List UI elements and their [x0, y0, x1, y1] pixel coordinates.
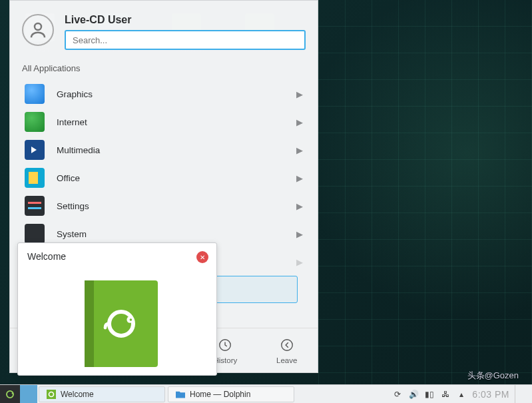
svg-point-6: [7, 390, 13, 397]
gecko-icon: [101, 304, 141, 344]
system-tray: ⟳ 🔊 ▮▯ 🖧 ▴ 6:03 PM: [387, 385, 532, 404]
chevron-right-icon: ▶: [296, 89, 303, 99]
tab-leave[interactable]: Leave: [264, 336, 310, 364]
task-dolphin[interactable]: Home — Dolphin: [168, 386, 294, 402]
chevron-right-icon: ▶: [296, 201, 303, 211]
chevron-right-icon: ▶: [296, 173, 303, 183]
chevron-right-icon: ▶: [296, 145, 303, 155]
clock[interactable]: 6:03 PM: [472, 389, 509, 400]
menu-header: Live-CD User: [10, 1, 318, 59]
volume-icon[interactable]: 🔊: [408, 389, 419, 400]
leave-icon: [278, 336, 296, 354]
history-icon: [216, 336, 234, 354]
svg-point-7: [12, 392, 13, 394]
user-avatar[interactable]: [22, 14, 54, 46]
battery-icon[interactable]: ▮▯: [424, 389, 435, 400]
svg-rect-8: [47, 390, 56, 399]
search-input[interactable]: [65, 30, 306, 50]
taskbar: Welcome Home — Dolphin ⟳ 🔊 ▮▯ 🖧 ▴ 6:03 P…: [0, 384, 532, 403]
office-icon: [25, 168, 45, 188]
section-title: All Applications: [10, 59, 318, 80]
welcome-dialog: Welcome ✕: [17, 242, 217, 376]
chevron-right-icon: ▶: [296, 229, 303, 239]
internet-icon: [25, 112, 45, 132]
user-icon: [28, 20, 48, 40]
close-icon: ✕: [200, 254, 205, 261]
category-graphics[interactable]: Graphics ▶: [18, 80, 310, 108]
category-multimedia[interactable]: Multimedia ▶: [18, 136, 310, 164]
svg-point-2: [282, 340, 293, 351]
quicklaunch-pager[interactable]: [20, 385, 37, 404]
welcome-task-icon: [46, 389, 57, 400]
category-settings[interactable]: Settings ▶: [18, 192, 310, 220]
watermark: 头条@Gozen: [467, 370, 519, 382]
chevron-right-icon: ▶: [296, 257, 303, 267]
username-label: Live-CD User: [65, 14, 306, 26]
updates-icon[interactable]: ⟳: [392, 389, 403, 400]
category-internet[interactable]: Internet ▶: [18, 108, 310, 136]
svg-point-5: [130, 318, 133, 321]
multimedia-icon: [25, 140, 45, 160]
category-office[interactable]: Office ▶: [18, 164, 310, 192]
network-icon[interactable]: 🖧: [440, 389, 451, 400]
start-button[interactable]: [0, 385, 20, 404]
chevron-right-icon: ▶: [296, 117, 303, 127]
svg-point-0: [35, 23, 41, 30]
task-welcome[interactable]: Welcome: [39, 386, 165, 402]
opensuse-logo: [85, 280, 158, 367]
show-desktop-button[interactable]: [515, 385, 527, 404]
folder-icon: [175, 389, 186, 400]
close-button[interactable]: ✕: [196, 251, 208, 263]
tray-expand-icon[interactable]: ▴: [456, 389, 467, 400]
settings-icon: [25, 196, 45, 216]
system-icon: [25, 224, 45, 244]
welcome-title: Welcome: [27, 251, 207, 262]
graphics-icon: [25, 84, 45, 104]
opensuse-icon: [4, 388, 16, 400]
svg-point-3: [109, 312, 133, 336]
